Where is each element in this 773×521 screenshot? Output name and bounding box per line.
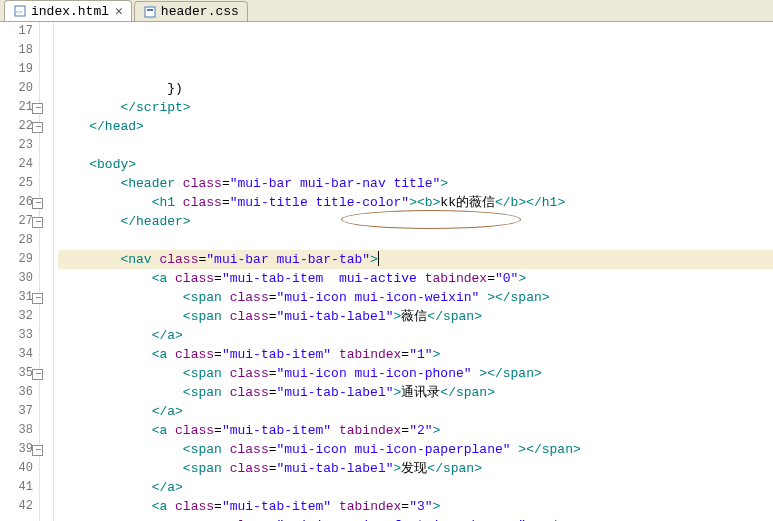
code-line[interactable]: }) <box>58 79 773 98</box>
code-line[interactable]: <span class="mui-tab-label">发现</span> <box>58 459 773 478</box>
css-file-icon <box>143 5 157 19</box>
code-line[interactable]: <span class="mui-icon mui-icon-phone" ><… <box>58 364 773 383</box>
code-area[interactable]: }) </script> </head> <body> <header clas… <box>54 22 773 521</box>
line-number-gutter: 1718192021222324252627282930313233343536… <box>0 22 40 521</box>
code-line[interactable]: <a class="mui-tab-item mui-active tabind… <box>58 269 773 288</box>
code-line[interactable]: <span class="mui-tab-label">薇信</span> <box>58 307 773 326</box>
line-number: 25 <box>0 174 33 193</box>
close-icon[interactable]: ✕ <box>115 3 123 19</box>
line-number: 34 <box>0 345 33 364</box>
editor-tab-1[interactable]: header.css <box>134 1 248 21</box>
code-line[interactable]: <a class="mui-tab-item" tabindex="1"> <box>58 345 773 364</box>
tab-label: index.html <box>31 4 109 19</box>
code-line[interactable]: <h1 class="mui-title title-color"><b>kk的… <box>58 193 773 212</box>
line-number: 28 <box>0 231 33 250</box>
code-line[interactable]: <span class="mui-tab-label">通讯录</span> <box>58 383 773 402</box>
code-line[interactable] <box>58 231 773 250</box>
code-line[interactable]: <span class="mui-icon mui-icon-paperplan… <box>58 440 773 459</box>
code-line[interactable] <box>58 136 773 155</box>
line-number: 35 <box>0 364 33 383</box>
line-number: 21 <box>0 98 33 117</box>
code-line[interactable]: <a class="mui-tab-item" tabindex="2"> <box>58 421 773 440</box>
editor-tabbar: <>index.html✕header.css <box>0 0 773 22</box>
line-number: 37 <box>0 402 33 421</box>
code-line[interactable]: <nav class="mui-bar mui-bar-tab"> <box>58 250 773 269</box>
line-number: 36 <box>0 383 33 402</box>
line-number: 26 <box>0 193 33 212</box>
svg-text:<>: <> <box>16 10 22 16</box>
line-number: 40 <box>0 459 33 478</box>
line-number: 17 <box>0 22 33 41</box>
line-number: 42 <box>0 497 33 516</box>
code-line[interactable]: </a> <box>58 402 773 421</box>
editor-tab-0[interactable]: <>index.html✕ <box>4 0 132 21</box>
line-number: 31 <box>0 288 33 307</box>
line-number: 41 <box>0 478 33 497</box>
line-number: 38 <box>0 421 33 440</box>
svg-rect-2 <box>145 7 155 17</box>
line-number: 22 <box>0 117 33 136</box>
code-line[interactable]: <header class="mui-bar mui-bar-nav title… <box>58 174 773 193</box>
line-number: 19 <box>0 60 33 79</box>
svg-rect-3 <box>147 9 153 11</box>
text-cursor <box>378 251 379 266</box>
code-line[interactable]: <span class="mui-icon mui-icon-weixin" >… <box>58 288 773 307</box>
code-line[interactable]: <span class="mui-icon iconfont icon-huog… <box>58 516 773 521</box>
line-number: 30 <box>0 269 33 288</box>
line-number: 18 <box>0 41 33 60</box>
code-line[interactable]: </a> <box>58 326 773 345</box>
line-number: 20 <box>0 79 33 98</box>
code-editor: 1718192021222324252627282930313233343536… <box>0 22 773 521</box>
code-line[interactable]: </head> <box>58 117 773 136</box>
line-number: 32 <box>0 307 33 326</box>
line-number: 29 <box>0 250 33 269</box>
code-line[interactable]: </script> <box>58 98 773 117</box>
code-line[interactable]: <body> <box>58 155 773 174</box>
html-file-icon: <> <box>13 4 27 18</box>
line-number: 23 <box>0 136 33 155</box>
code-line[interactable]: </a> <box>58 478 773 497</box>
line-number: 39 <box>0 440 33 459</box>
line-number: 24 <box>0 155 33 174</box>
tab-label: header.css <box>161 4 239 19</box>
code-line[interactable]: <a class="mui-tab-item" tabindex="3"> <box>58 497 773 516</box>
code-line[interactable]: </header> <box>58 212 773 231</box>
line-number: 27 <box>0 212 33 231</box>
line-number: 33 <box>0 326 33 345</box>
